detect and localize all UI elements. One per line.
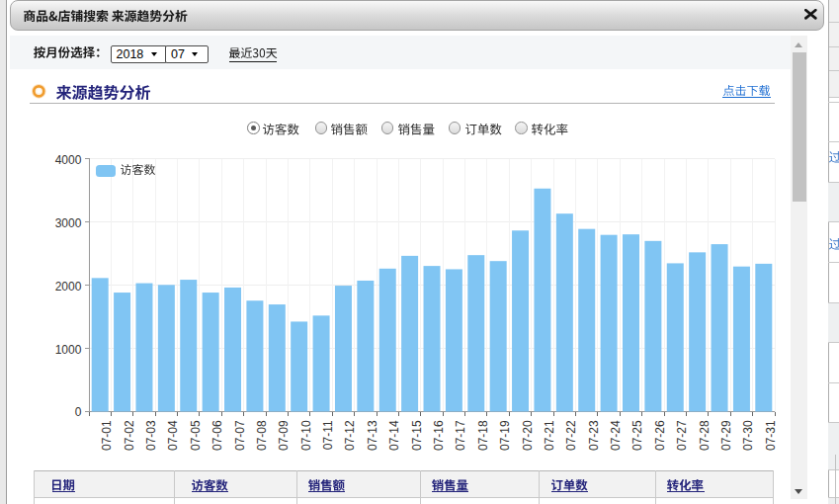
svg-text:07-25: 07-25 <box>630 420 644 451</box>
svg-text:07-20: 07-20 <box>521 420 535 451</box>
svg-text:07-13: 07-13 <box>366 420 379 451</box>
svg-text:07-29: 07-29 <box>719 420 733 451</box>
svg-text:07-16: 07-16 <box>432 420 446 451</box>
svg-text:07-24: 07-24 <box>609 420 623 451</box>
svg-text:07-26: 07-26 <box>653 420 667 451</box>
svg-text:4000: 4000 <box>55 153 82 167</box>
svg-text:07-03: 07-03 <box>144 420 158 451</box>
svg-text:07-06: 07-06 <box>210 420 224 451</box>
svg-text:07-14: 07-14 <box>387 420 401 451</box>
svg-text:07-05: 07-05 <box>189 420 203 451</box>
svg-text:3000: 3000 <box>55 216 82 230</box>
svg-text:07-28: 07-28 <box>698 420 712 451</box>
svg-text:07-01: 07-01 <box>100 420 114 451</box>
svg-text:07-30: 07-30 <box>741 420 755 451</box>
svg-text:07-09: 07-09 <box>277 420 291 451</box>
svg-text:07-10: 07-10 <box>299 420 313 451</box>
svg-text:07-12: 07-12 <box>343 420 357 451</box>
svg-text:07-15: 07-15 <box>410 420 424 451</box>
svg-text:07-22: 07-22 <box>564 420 578 451</box>
svg-text:07-18: 07-18 <box>476 420 490 451</box>
svg-text:07-21: 07-21 <box>543 420 556 451</box>
svg-text:07-27: 07-27 <box>675 420 689 451</box>
svg-text:07-04: 07-04 <box>166 420 180 451</box>
svg-text:07-11: 07-11 <box>321 420 335 450</box>
svg-text:1000: 1000 <box>55 343 82 357</box>
svg-text:07-23: 07-23 <box>587 420 601 451</box>
svg-text:0: 0 <box>75 405 82 419</box>
svg-text:07-31: 07-31 <box>764 420 778 451</box>
svg-text:07-08: 07-08 <box>255 420 269 451</box>
svg-text:2000: 2000 <box>55 280 82 294</box>
svg-text:07-02: 07-02 <box>123 420 136 451</box>
svg-text:07-07: 07-07 <box>233 420 247 451</box>
svg-text:07-19: 07-19 <box>498 420 512 451</box>
svg-text:07-17: 07-17 <box>454 420 467 451</box>
